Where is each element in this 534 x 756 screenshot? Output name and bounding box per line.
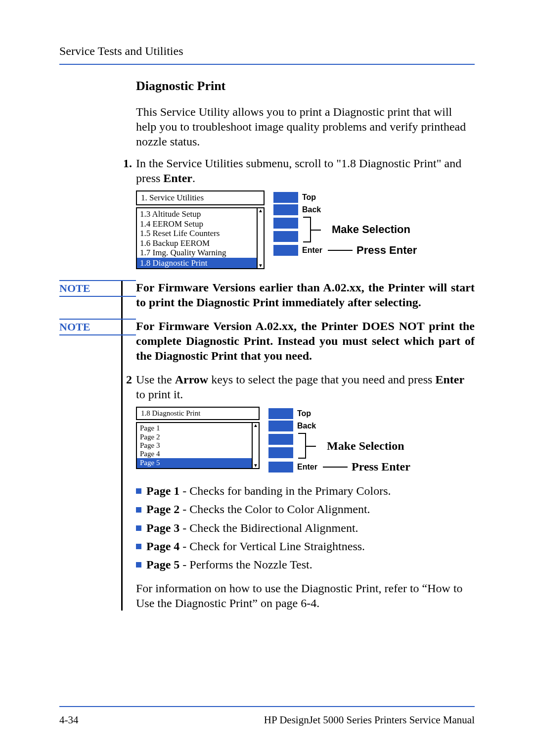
page-4-label: Page 4 [146,540,179,553]
bullet-icon [136,507,141,513]
body-column: Diagnostic Print This Service Utility al… [136,79,475,617]
step-2-text-e: to print it. [136,388,183,401]
bullet-icon [136,488,141,494]
btn-enter-row: Enter Press Enter [273,244,432,257]
arrow-up-button-icon [273,218,298,229]
note-1-body: For Firmware Versions earlier than A.02.… [136,280,475,310]
content-area: Diagnostic Print This Service Utility al… [59,79,475,617]
lcd1-item: 1.7 Img. Quality Warning [140,248,255,258]
step-1-enter: Enter [163,172,192,185]
lcd1-body: 1.3 Altitude Setup 1.4 EEROM Setup 1.5 R… [136,207,265,269]
lcd-diagram-2: 1.8 Diagnostic Print Page 1 Page 2 Page … [136,407,475,475]
top-button-label: Top [297,409,319,418]
make-selection-label: Make Selection [332,223,410,236]
manual-title: HP DesignJet 5000 Series Printers Servic… [264,714,475,726]
lcd1-list: 1.3 Altitude Setup 1.4 EEROM Setup 1.5 R… [137,208,257,268]
lcd2-item: Page 4 [140,450,250,458]
lcd-panel-2: 1.8 Diagnostic Print Page 1 Page 2 Page … [136,407,260,475]
step-2-text-c: keys to select the page that you need an… [208,373,435,386]
button-legend-1: Top Back [273,190,432,269]
connector-line [323,467,348,468]
lcd1-item: 1.5 Reset Life Counters [140,229,255,238]
page-descriptions: Page 1 - Checks for banding in the Prima… [136,482,475,574]
lcd2-list: Page 1 Page 2 Page 3 Page 4 Page 5 [137,423,252,468]
lcd1-item: 1.6 Backup EEROM [140,238,255,248]
btn-arrows-row: Make Selection [273,217,432,242]
scroll-up-icon: ▲ [253,423,258,428]
btn-top-row-2: Top [268,408,427,419]
step-2-text-a: Use the [136,373,175,386]
bullet-icon [136,544,141,549]
top-button-icon [268,408,293,419]
page-1-label: Page 1 [146,484,179,497]
press-enter-label: Press Enter [356,244,417,257]
enter-button-label: Enter [297,463,319,472]
page-3-label: Page 3 [146,521,179,534]
page-footer: 4-34 HP DesignJet 5000 Series Printers S… [59,692,475,726]
margin-column [59,79,136,617]
btn-enter-row-2: Enter Press Enter [268,460,427,473]
back-button-icon [268,421,293,431]
bullet-icon [136,562,141,567]
arrow-down-button-icon [268,447,293,458]
step-2: 2 Use the Arrow keys to select the page … [121,372,475,402]
lcd1-scrollbar: ▲ ▼ [257,208,264,268]
lcd2-item: Page 1 [140,424,250,432]
button-legend-2: Top Back [268,407,427,475]
top-button-label: Top [302,193,324,202]
bottom-rule [59,706,475,707]
step-2-enter: Enter [435,373,464,386]
back-button-label: Back [297,422,319,430]
enter-button-icon [268,462,293,472]
page-number: 4-34 [59,714,79,726]
page-desc-3: Page 3 - Check the Bidirectional Alignme… [136,519,475,537]
page-desc-1: Page 1 - Checks for banding in the Prima… [136,482,475,500]
lcd1-item: 1.3 Altitude Setup [140,209,255,219]
page-5-text: - Performs the Nozzle Test. [179,558,312,571]
lcd-diagram-1: 1. Service Utilities 1.3 Altitude Setup … [136,190,475,269]
btn-arrows-row-2: Make Selection [268,433,427,459]
lcd2-header: 1.8 Diagnostic Print [136,407,260,420]
step-1: 1. In the Service Utilities submenu, scr… [119,156,475,186]
back-button-label: Back [302,205,324,214]
footer-line: 4-34 HP DesignJet 5000 Series Printers S… [59,714,475,726]
lcd1-selected: 1.8 Diagnostic Print [137,258,257,269]
page-desc-4: Page 4 - Check for Vertical Line Straigh… [136,537,475,556]
lcd2-item: Page 2 [140,433,250,441]
step-1-text-c: . [192,172,195,185]
page-3-text: - Check the Bidirectional Alignment. [179,521,358,534]
brace-icon [298,433,306,459]
top-rule [59,64,475,65]
intro-paragraph: This Service Utility allows you to print… [136,104,475,149]
step-2-body: Use the Arrow keys to select the page th… [136,372,475,402]
page-5-label: Page 5 [146,558,179,571]
make-selection-label: Make Selection [327,439,404,453]
lcd2-selected: Page 5 [137,458,252,468]
press-enter-label: Press Enter [352,460,410,473]
back-button-icon [273,204,298,215]
step-2-arrow: Arrow [175,373,209,386]
btn-top-row: Top [273,192,432,203]
page-2-text: - Checks the Color to Color Alignment. [179,503,370,516]
enter-button-label: Enter [302,246,324,255]
btn-back-row-2: Back [268,421,427,431]
bullet-icon [136,525,141,531]
arrow-up-button-icon [268,434,293,445]
page-desc-2: Page 2 - Checks the Color to Color Align… [136,500,475,519]
lcd2-item: Page 3 [140,441,250,450]
scroll-down-icon: ▼ [253,463,258,468]
top-button-icon [273,192,298,203]
step-1-body: In the Service Utilities submenu, scroll… [136,156,475,186]
scroll-up-icon: ▲ [258,208,263,213]
running-header: Service Tests and Utilities [59,45,475,58]
page-desc-5: Page 5 - Performs the Nozzle Test. [136,556,475,574]
page: Service Tests and Utilities Diagnostic P… [0,0,534,756]
scroll-down-icon: ▼ [258,263,263,268]
note-2-body: For Firmware Version A.02.xx, the Printe… [136,319,475,363]
lcd2-scrollbar: ▲ ▼ [252,423,259,468]
enter-button-icon [273,245,298,256]
section-heading: Diagnostic Print [136,79,475,94]
lcd1-item: 1.4 EEROM Setup [140,219,255,229]
lcd-panel-1: 1. Service Utilities 1.3 Altitude Setup … [136,190,265,269]
page-4-text: - Check for Vertical Line Straightness. [179,540,365,553]
